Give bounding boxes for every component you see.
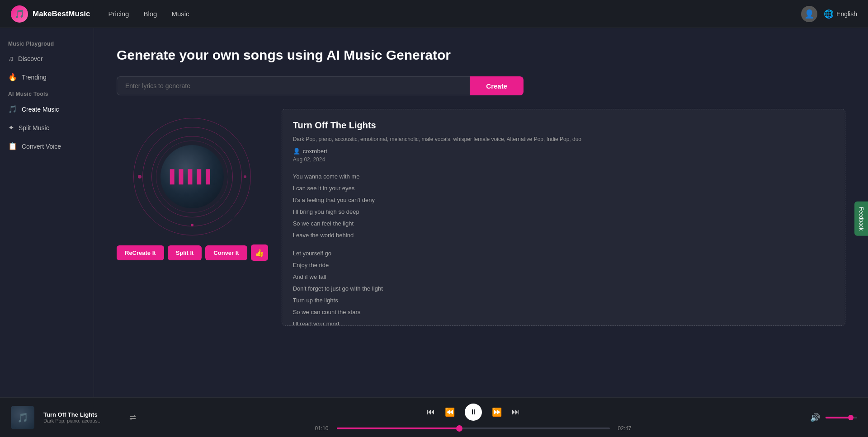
rewind-button[interactable]: ⏪ (445, 407, 455, 417)
vinyl-player: ▌▌▌▌▌ (133, 118, 251, 235)
player-area: ▌▌▌▌▌ ReCreate It Split It Conver It 👍 T… (117, 109, 845, 326)
sidebar-item-discover-label: Discover (18, 55, 42, 62)
sidebar-item-trending-label: Trending (22, 74, 47, 81)
nav-links: Pricing Blog Music (108, 10, 802, 18)
player-right: 🔊 (810, 413, 857, 423)
logo[interactable]: 🎵 MakeBestMusic (11, 5, 90, 23)
player-controls: ⏮ ⏪ ⏸ ⏩ ⏭ (427, 404, 520, 421)
shuffle-button[interactable]: ⇌ (129, 413, 136, 423)
progress-thumb (456, 425, 462, 432)
create-music-icon: 🎵 (8, 105, 17, 113)
language-selector[interactable]: 🌐 English (824, 9, 857, 19)
like-button[interactable]: 👍 (251, 244, 268, 261)
sidebar-item-trending[interactable]: 🔥 Trending (0, 69, 94, 85)
player-center: ⏮ ⏪ ⏸ ⏩ ⏭ 01:10 02:47 (145, 404, 801, 432)
main-content: Generate your own songs using AI Music G… (94, 28, 868, 397)
lyrics-author: 👤 coxrobert (293, 148, 834, 155)
language-label: English (836, 10, 857, 18)
volume-fill (826, 417, 851, 418)
logo-icon: 🎵 (11, 5, 28, 23)
sidebar-item-split-music-label: Split Music (19, 124, 49, 132)
feedback-tab[interactable]: Feedback (854, 201, 868, 236)
convert-button[interactable]: Conver It (205, 245, 247, 260)
volume-icon: 🔊 (810, 413, 820, 423)
progress-track[interactable] (337, 428, 610, 429)
main-area: Music Playgroud ♫ Discover 🔥 Trending AI… (0, 28, 868, 397)
fast-forward-button[interactable]: ⏩ (492, 407, 502, 417)
lyrics-panel: Turn Off The Lights Dark Pop, piano, acc… (282, 109, 845, 326)
discover-icon: ♫ (8, 55, 14, 63)
lyrics-date: Aug 02, 2024 (293, 156, 834, 163)
lyrics-tags: Dark Pop, piano, accoustic, emotionnal, … (293, 135, 834, 143)
topnav-right: 👤 🌐 English (801, 6, 857, 22)
player-info: Turn Off The Lights Dark Pop, piano, acc… (43, 411, 116, 423)
sidebar-item-discover[interactable]: ♫ Discover (0, 51, 94, 67)
create-button[interactable]: Create (470, 76, 524, 95)
recreate-button[interactable]: ReCreate It (117, 245, 164, 260)
sidebar-item-create-music-label: Create Music (22, 106, 59, 113)
volume-track[interactable] (826, 417, 857, 418)
split-button[interactable]: Split It (168, 245, 202, 260)
sidebar-item-convert-voice-label: Convert Voice (22, 143, 61, 150)
feedback-widget: Feedback (854, 201, 868, 236)
sidebar-item-split-music[interactable]: ✦ Split Music (0, 119, 94, 136)
nav-pricing[interactable]: Pricing (108, 10, 129, 18)
volume-thumb (848, 415, 854, 420)
convert-voice-icon: 📋 (8, 142, 17, 150)
logo-text: MakeBestMusic (33, 9, 90, 19)
album-art: ▌▌▌▌▌ (160, 145, 224, 208)
progress-fill (337, 428, 460, 429)
globe-icon: 🌐 (824, 9, 834, 19)
action-buttons: ReCreate It Split It Conver It 👍 (117, 244, 268, 261)
lyrics-song-title: Turn Off The Lights (293, 120, 834, 131)
sidebar: Music Playgroud ♫ Discover 🔥 Trending AI… (0, 28, 94, 397)
skip-forward-end-button[interactable]: ⏭ (512, 407, 520, 417)
sidebar-item-create-music[interactable]: 🎵 Create Music (0, 101, 94, 117)
lyrics-input[interactable] (117, 76, 470, 95)
generate-bar: Create (117, 76, 524, 95)
trending-icon: 🔥 (8, 73, 17, 81)
player-song-tags: Dark Pop, piano, accous... (43, 418, 116, 423)
play-pause-button[interactable]: ⏸ (465, 404, 482, 421)
nav-music[interactable]: Music (171, 10, 189, 18)
avatar[interactable]: 👤 (801, 6, 817, 22)
sidebar-item-convert-voice[interactable]: 📋 Convert Voice (0, 138, 94, 155)
player-song-title: Turn Off The Lights (43, 411, 116, 418)
progress-row: 01:10 02:47 (315, 425, 632, 432)
total-time: 02:47 (615, 425, 632, 432)
visualizer-section: ▌▌▌▌▌ ReCreate It Split It Conver It 👍 (117, 109, 268, 326)
nav-blog[interactable]: Blog (143, 10, 157, 18)
bottom-player: 🎵 Turn Off The Lights Dark Pop, piano, a… (0, 397, 868, 437)
play-indicator: ▌▌▌▌▌ (170, 169, 215, 184)
page-title: Generate your own songs using AI Music G… (117, 46, 845, 64)
player-thumbnail: 🎵 (11, 406, 34, 429)
user-icon: 👤 (293, 148, 300, 155)
lyrics-text: You wanna come with me I can see it in y… (293, 171, 834, 326)
current-time: 01:10 (315, 425, 331, 432)
split-music-icon: ✦ (8, 123, 14, 132)
sidebar-section-tools: AI Music Tools (0, 87, 94, 99)
sidebar-section-playground: Music Playgroud (0, 37, 94, 49)
skip-back-start-button[interactable]: ⏮ (427, 407, 435, 417)
topnav: 🎵 MakeBestMusic Pricing Blog Music 👤 🌐 E… (0, 0, 868, 28)
